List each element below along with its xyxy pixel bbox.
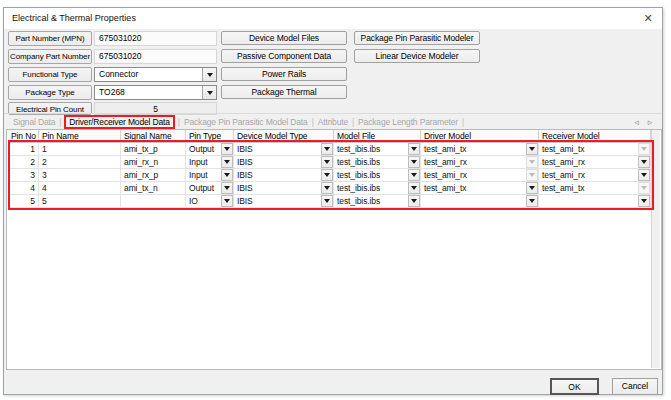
chevron-down-glyph	[224, 186, 230, 190]
chevron-down-icon[interactable]	[321, 182, 333, 194]
cell-signal-name[interactable]: ami_tx_n	[121, 182, 186, 195]
cell-driver-model-select[interactable]	[421, 195, 539, 208]
cell-pin-no: 1	[8, 143, 39, 156]
cell-signal-name[interactable]	[121, 195, 186, 208]
tab-attribute[interactable]: Attribute	[316, 116, 350, 128]
cell-pin-no: 4	[8, 182, 39, 195]
chevron-down-icon[interactable]	[221, 156, 233, 168]
cell-receiver-model-select[interactable]: test_ami_tx	[539, 182, 651, 195]
tab-package-length-parameter[interactable]: Package Length Parameter	[356, 116, 460, 128]
part-number-mpn-field[interactable]: 675031020	[94, 31, 217, 46]
cell-pin-name[interactable]: 3	[39, 169, 121, 182]
cell-signal-name[interactable]: ami_rx_n	[121, 156, 186, 169]
chevron-down-glyph	[411, 160, 417, 164]
chevron-down-icon[interactable]	[638, 195, 650, 207]
tab-content-panel: Pin NoPin NameSignal NamePin TypeDevice …	[6, 129, 662, 370]
device-model-files-button[interactable]: Device Model Files	[221, 31, 347, 45]
cancel-button[interactable]: Cancel	[612, 378, 658, 395]
package-type-select[interactable]: TO268	[94, 85, 217, 100]
cell-pin-type-select[interactable]: Input	[186, 169, 234, 182]
cell-pin-type-select[interactable]: IO	[186, 195, 234, 208]
chevron-down-icon[interactable]	[221, 182, 233, 194]
chevron-down-icon[interactable]	[408, 143, 420, 155]
cell-pin-no: 3	[8, 169, 39, 182]
cell-device-model-type-select[interactable]: IBIS	[234, 182, 334, 195]
chevron-down-icon[interactable]	[526, 195, 538, 207]
tab-scroll-left-icon[interactable]: ◃	[634, 117, 638, 127]
chevron-down-icon[interactable]	[408, 182, 420, 194]
chevron-down-glyph	[411, 147, 417, 151]
chevron-down-glyph	[207, 91, 213, 95]
cell-receiver-model-select[interactable]: test_ami_tx	[539, 143, 651, 156]
cell-pin-no: 2	[8, 156, 39, 169]
tab-separator: |	[312, 117, 314, 127]
cell-model-file-select[interactable]: test_ibis.ibs	[334, 143, 421, 156]
cell-pin-type-select[interactable]: Input	[186, 156, 234, 169]
cell-driver-model-select[interactable]: test_ami_rx	[421, 156, 539, 169]
table-row: 44ami_tx_nOutputIBIStest_ibis.ibstest_am…	[8, 182, 651, 195]
ok-button[interactable]: OK	[550, 378, 599, 395]
cell-device-model-type-select[interactable]: IBIS	[234, 156, 334, 169]
tab-separator: |	[178, 117, 180, 127]
cell-model-file-select[interactable]: test_ibis.ibs	[334, 182, 421, 195]
chevron-down-icon[interactable]	[526, 182, 538, 194]
cell-driver-model-select[interactable]: test_ami_tx	[421, 182, 539, 195]
table-row: 55IOIBIStest_ibis.ibs	[8, 195, 651, 208]
column-header-signal-name: Signal Name	[121, 130, 186, 143]
chevron-down-icon[interactable]	[202, 68, 216, 81]
package-pin-parasitic-modeler-button[interactable]: Package Pin Parasitic Modeler	[354, 31, 480, 45]
chevron-down-glyph	[324, 173, 330, 177]
cell-driver-model-select[interactable]: test_ami_rx	[421, 169, 539, 182]
power-rails-button[interactable]: Power Rails	[221, 67, 347, 81]
field-label-package-type: Package Type	[8, 85, 92, 100]
column-header-pin-type: Pin Type	[186, 130, 234, 143]
chevron-down-icon[interactable]	[221, 195, 233, 207]
cell-model-file-select[interactable]: test_ibis.ibs	[334, 169, 421, 182]
chevron-down-icon[interactable]	[408, 156, 420, 168]
cell-device-model-type-select[interactable]: IBIS	[234, 143, 334, 156]
linear-device-modeler-button[interactable]: Linear Device Modeler	[354, 49, 480, 63]
chevron-down-icon[interactable]	[408, 195, 420, 207]
tab-package-pin-parasitic-model-data[interactable]: Package Pin Parasitic Model Data	[182, 116, 310, 128]
passive-component-data-button[interactable]: Passive Component Data	[221, 49, 347, 63]
cell-pin-name[interactable]: 5	[39, 195, 121, 208]
cell-pin-name[interactable]: 2	[39, 156, 121, 169]
chevron-down-icon[interactable]	[321, 195, 333, 207]
chevron-down-icon[interactable]	[526, 143, 538, 155]
cell-pin-type-select[interactable]: Output	[186, 182, 234, 195]
cell-receiver-model-select[interactable]	[539, 195, 651, 208]
chevron-down-icon[interactable]	[221, 169, 233, 181]
vertical-scrollbar[interactable]	[651, 130, 660, 368]
tab-signal-data[interactable]: Signal Data	[11, 116, 57, 128]
cell-signal-name[interactable]: ami_rx_p	[121, 169, 186, 182]
chevron-down-icon[interactable]	[202, 86, 216, 99]
chevron-down-icon	[638, 182, 650, 194]
cell-device-model-type-select[interactable]: IBIS	[234, 169, 334, 182]
cell-pin-name[interactable]: 4	[39, 182, 121, 195]
chevron-down-icon[interactable]	[221, 143, 233, 155]
chevron-down-icon[interactable]	[321, 156, 333, 168]
tab-scroll-right-icon[interactable]: ▹	[648, 117, 652, 127]
company-part-number-field[interactable]: 675031020	[94, 49, 217, 64]
cell-model-file-select[interactable]: test_ibis.ibs	[334, 195, 421, 208]
cell-signal-name[interactable]: ami_tx_p	[121, 143, 186, 156]
chevron-down-icon[interactable]	[638, 156, 650, 168]
chevron-down-icon[interactable]	[321, 169, 333, 181]
chevron-down-glyph	[641, 186, 647, 190]
cell-model-file-select[interactable]: test_ibis.ibs	[334, 156, 421, 169]
functional-type-select[interactable]: Connector	[94, 67, 217, 82]
cell-device-model-type-select[interactable]: IBIS	[234, 195, 334, 208]
cell-receiver-model-select[interactable]: test_ami_rx	[539, 169, 651, 182]
close-icon[interactable]: ✕	[641, 11, 655, 25]
cell-driver-model-select[interactable]: test_ami_tx	[421, 143, 539, 156]
chevron-down-glyph	[529, 173, 535, 177]
chevron-down-icon[interactable]	[321, 143, 333, 155]
cell-pin-name[interactable]: 1	[39, 143, 121, 156]
cell-receiver-model-select[interactable]: test_ami_rx	[539, 156, 651, 169]
chevron-down-icon[interactable]	[408, 169, 420, 181]
tab-driver-receiver-model-data[interactable]: Driver/Receiver Model Data	[64, 115, 175, 129]
cell-pin-type-select[interactable]: Output	[186, 143, 234, 156]
chevron-down-icon[interactable]	[638, 169, 650, 181]
package-thermal-button[interactable]: Package Thermal	[221, 85, 347, 99]
title-bar: Electrical & Thermal Properties ✕	[4, 8, 662, 29]
